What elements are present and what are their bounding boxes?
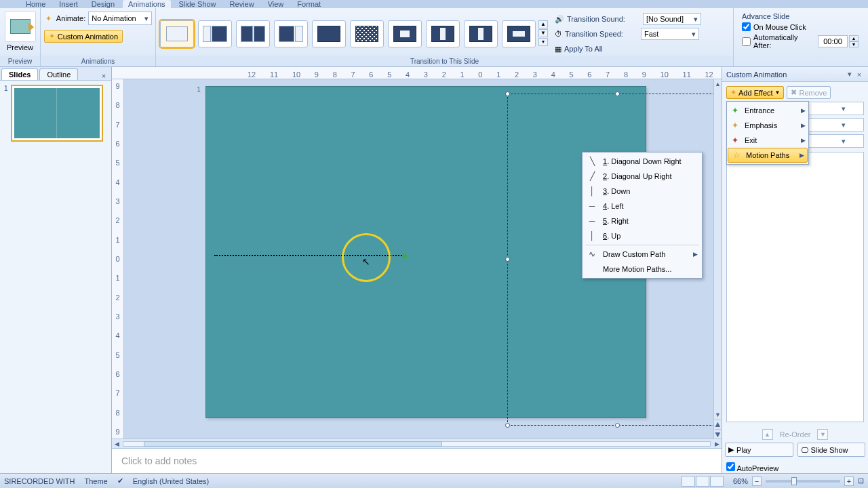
status-bar: SIRECORDED WITH Theme ✔ English (United …: [0, 473, 868, 488]
speed-label: Transition Speed:: [565, 30, 638, 38]
motion-draw-custom-path[interactable]: ∿Draw Custom Path▶: [583, 247, 702, 262]
transition-8[interactable]: [426, 20, 460, 47]
motion-more-paths[interactable]: More Motion Paths...: [583, 262, 702, 277]
auto-after-checkbox[interactable]: [742, 37, 751, 46]
notes-placeholder[interactable]: Click to add notes: [112, 448, 722, 475]
category-entrance[interactable]: ✦ Entrance▶: [727, 103, 808, 118]
transition-none[interactable]: [160, 20, 194, 47]
animate-value: [89, 14, 142, 22]
auto-after-value[interactable]: [818, 35, 848, 47]
speed-combo[interactable]: Fast▾: [641, 28, 699, 40]
transition-7[interactable]: [388, 20, 422, 47]
transition-10[interactable]: [502, 20, 536, 47]
taskpane-menu-icon[interactable]: ▾: [845, 70, 854, 79]
motion-diagonal-up-right[interactable]: ╱2. Diagonal Up Right: [583, 169, 702, 184]
cursor-icon: ↖: [362, 256, 370, 267]
spellcheck-icon[interactable]: ✔: [117, 476, 123, 485]
preview-icon: [10, 19, 31, 34]
category-exit[interactable]: ✦ Exit▶: [727, 133, 808, 148]
exit-icon: ✦: [730, 135, 741, 146]
transition-gallery[interactable]: ▲ ▼ ▾: [160, 19, 548, 47]
workspace: Slides Outline × 1 121110987654321012345…: [0, 67, 868, 475]
prev-slide-button[interactable]: ⯅: [715, 420, 721, 429]
transition-2[interactable]: [198, 20, 232, 47]
speed-icon: ⏱: [555, 30, 562, 38]
group-preview: Preview Preview: [0, 8, 41, 66]
custom-animation-button[interactable]: ✦ Custom Animation: [44, 30, 123, 43]
motion-diagonal-down-right[interactable]: ╲1. Diagonal Down Right: [583, 154, 702, 169]
taskpane-close-icon[interactable]: ×: [854, 70, 864, 79]
tab-insert[interactable]: Insert: [54, 0, 83, 8]
group-advance: Advance Slide On Mouse Click Automatical…: [734, 8, 868, 66]
tab-review[interactable]: Review: [224, 0, 260, 8]
motion-up[interactable]: │6. Up: [583, 228, 702, 243]
vertical-ruler: 9876543210123456789: [112, 79, 124, 439]
zoom-value: 66%: [733, 477, 748, 485]
motion-down[interactable]: │3. Down: [583, 184, 702, 199]
play-icon: ▶: [728, 445, 734, 454]
group-label-animations: Animations: [41, 56, 155, 66]
preview-button[interactable]: [5, 11, 36, 42]
tab-design[interactable]: Design: [86, 0, 120, 8]
group-label-preview: Preview: [0, 56, 40, 66]
tab-view[interactable]: View: [262, 0, 290, 8]
slide-thumbnail-1[interactable]: 1: [4, 85, 107, 142]
on-mouse-click-checkbox[interactable]: On Mouse Click: [742, 22, 859, 31]
sound-combo[interactable]: [No Sound]▾: [643, 13, 701, 25]
view-buttons[interactable]: [682, 476, 724, 487]
animate-icon: ✦: [44, 14, 54, 23]
spin-down[interactable]: ▼: [849, 41, 859, 47]
gallery-more[interactable]: ▾: [538, 38, 548, 46]
group-animations: ✦ Animate: ▾ ✦ Custom Animation Animatio…: [41, 8, 156, 66]
category-motion-paths[interactable]: ☆ Motion Paths▶: [728, 148, 808, 163]
tab-format[interactable]: Format: [292, 0, 326, 8]
language-label[interactable]: English (United States): [133, 477, 210, 485]
category-emphasis[interactable]: ✦ Emphasis▶: [727, 118, 808, 133]
remove-button[interactable]: ✖ Remove: [787, 86, 831, 99]
zoom-control[interactable]: 66% − + ⊡: [733, 476, 864, 486]
entrance-icon: ✦: [730, 105, 741, 116]
animate-label: Animate:: [56, 14, 85, 22]
add-effect-flyout: ✦ Entrance▶ ✦ Emphasis▶ ✦ Exit▶ ☆: [726, 101, 809, 165]
horizontal-scrollbar[interactable]: ◀▶: [112, 439, 722, 448]
slide-number: 1: [4, 85, 8, 142]
effect-list[interactable]: 1 🖱 Rectangle 5: [726, 152, 864, 422]
tab-animations[interactable]: Animations: [123, 0, 170, 8]
transition-3[interactable]: [236, 20, 270, 47]
gallery-up[interactable]: ▲: [538, 20, 548, 28]
tab-slideshow[interactable]: Slide Show: [174, 0, 222, 8]
vertical-scrollbar[interactable]: ▲▼ ⯅⯆: [713, 79, 722, 439]
play-button[interactable]: ▶Play: [725, 443, 793, 457]
slide-surface[interactable]: ↖: [205, 86, 646, 418]
slide-index: 1: [193, 86, 204, 97]
gallery-down[interactable]: ▼: [538, 29, 548, 37]
tab-slides[interactable]: Slides: [1, 68, 38, 80]
reorder-row: ▲ Re-Order ▼: [722, 426, 868, 443]
add-effect-button[interactable]: ✦ Add Effect▼: [726, 86, 784, 99]
taskpane-title: Custom Animation: [726, 70, 787, 79]
apply-icon: ▦: [555, 45, 561, 54]
zoom-in[interactable]: +: [844, 476, 854, 486]
zoom-out[interactable]: −: [752, 476, 762, 486]
star-icon: ✦: [49, 32, 55, 41]
motion-right[interactable]: ─5. Right: [583, 214, 702, 228]
tab-outline[interactable]: Outline: [39, 68, 78, 80]
animate-combo[interactable]: ▾: [88, 12, 152, 25]
spin-up[interactable]: ▲: [849, 35, 859, 41]
motion-left[interactable]: ─4. Left: [583, 199, 702, 214]
tab-home[interactable]: Home: [20, 0, 51, 8]
reorder-up[interactable]: ▲: [762, 429, 773, 440]
transition-9[interactable]: [464, 20, 498, 47]
next-slide-button[interactable]: ⯆: [715, 429, 721, 439]
fit-icon[interactable]: ⊡: [858, 476, 864, 485]
transition-6[interactable]: [350, 20, 384, 47]
slideshow-button[interactable]: 🖵Slide Show: [797, 443, 866, 457]
slides-pane: Slides Outline × 1: [0, 67, 112, 475]
apply-all-button[interactable]: Apply To All: [564, 45, 603, 53]
reorder-down[interactable]: ▼: [817, 429, 828, 440]
transition-5[interactable]: [312, 20, 346, 47]
emphasis-icon: ✦: [730, 120, 741, 131]
close-icon[interactable]: ×: [99, 72, 108, 80]
transition-4[interactable]: [274, 20, 308, 47]
chevron-down-icon: ▾: [142, 14, 151, 23]
